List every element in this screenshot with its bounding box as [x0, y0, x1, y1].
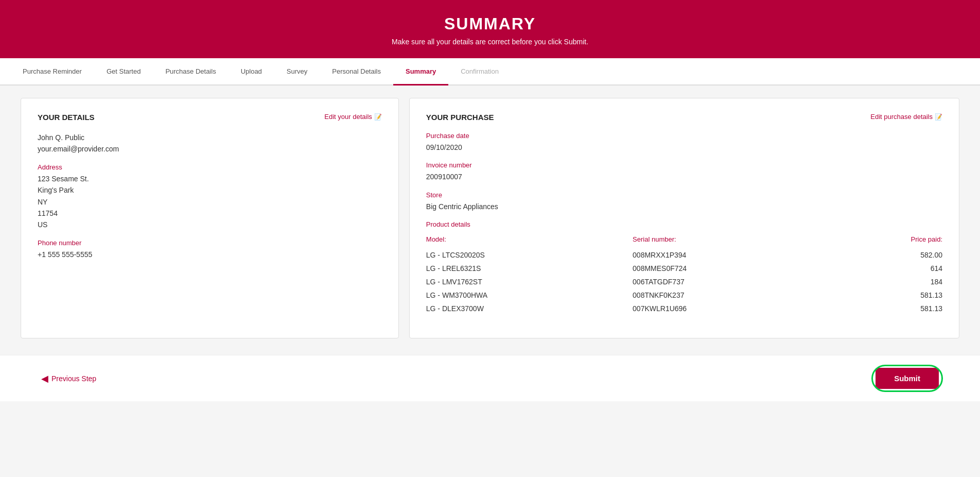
edit-details-link[interactable]: Edit your details 📝: [324, 113, 382, 121]
phone-number: +1 555 555-5555: [38, 249, 382, 260]
tab-confirmation[interactable]: Confirmation: [448, 58, 511, 84]
address-line-2: King's Park: [38, 184, 382, 196]
table-row: LG - LMV1762ST 006TATGDF737 184: [426, 275, 942, 288]
your-purchase-header: YOUR PURCHASE Edit purchase details 📝: [426, 113, 942, 122]
table-row: LG - LREL6321S 008MMES0F724 614: [426, 262, 942, 275]
address-line-3: NY: [38, 196, 382, 208]
product-model: LG - LREL6321S: [426, 264, 633, 272]
address-label: Address: [38, 163, 382, 171]
phone-section: Phone number +1 555 555-5555: [38, 239, 382, 260]
edit-purchase-link[interactable]: Edit purchase details 📝: [870, 113, 942, 121]
invoice-value: 200910007: [426, 171, 942, 182]
page-title: SUMMARY: [10, 14, 970, 33]
invoice-label: Invoice number: [426, 161, 942, 169]
product-details-label: Product details: [426, 220, 942, 228]
submit-button[interactable]: Submit: [876, 368, 939, 389]
store-label: Store: [426, 191, 942, 199]
store-section: Store Big Centric Appliances: [426, 191, 942, 212]
your-details-card: YOUR DETAILS Edit your details 📝 John Q.…: [21, 98, 399, 338]
invoice-section: Invoice number 200910007: [426, 161, 942, 182]
nav-tabs: Purchase Reminder Get Started Purchase D…: [0, 58, 980, 86]
table-row: LG - DLEX3700W 007KWLR1U696 581.13: [426, 302, 942, 315]
your-details-header: YOUR DETAILS Edit your details 📝: [38, 113, 382, 122]
edit-purchase-icon: 📝: [935, 113, 942, 121]
product-rows: LG - LTCS20020S 008MRXX1P394 582.00 LG -…: [426, 248, 942, 315]
tab-purchase-details[interactable]: Purchase Details: [153, 58, 228, 84]
full-name: John Q. Public: [38, 132, 382, 143]
address-line-5: US: [38, 219, 382, 230]
prev-icon: ◀: [41, 373, 48, 384]
product-model: LG - LTCS20020S: [426, 251, 633, 259]
product-details-section: Product details Model: Serial number: Pr…: [426, 220, 942, 315]
page-subtitle: Make sure all your details are correct b…: [10, 38, 970, 46]
product-price: 614: [839, 264, 942, 272]
product-serial: 007KWLR1U696: [633, 304, 839, 313]
address-line-1: 123 Sesame St.: [38, 173, 382, 184]
tab-get-started[interactable]: Get Started: [94, 58, 153, 84]
tab-purchase-reminder[interactable]: Purchase Reminder: [10, 58, 94, 84]
store-value: Big Centric Appliances: [426, 201, 942, 212]
prev-step-label: Previous Step: [51, 374, 96, 383]
product-price: 581.13: [839, 291, 942, 299]
phone-label: Phone number: [38, 239, 382, 247]
purchase-date-value: 09/10/2020: [426, 142, 942, 153]
edit-icon: 📝: [374, 113, 382, 121]
product-model: LG - DLEX3700W: [426, 304, 633, 313]
header-banner: SUMMARY Make sure all your details are c…: [0, 0, 980, 58]
product-serial: 008TNKF0K237: [633, 291, 839, 299]
product-serial: 008MRXX1P394: [633, 251, 839, 259]
previous-step-button[interactable]: ◀ Previous Step: [41, 373, 96, 384]
product-serial: 008MMES0F724: [633, 264, 839, 272]
product-price: 184: [839, 278, 942, 286]
tab-upload[interactable]: Upload: [229, 58, 274, 84]
product-model: LG - LMV1762ST: [426, 278, 633, 286]
email-address: your.email@provider.com: [38, 143, 382, 155]
footer: ◀ Previous Step Submit: [0, 355, 980, 401]
address-line-4: 11754: [38, 208, 382, 219]
purchase-date-label: Purchase date: [426, 132, 942, 140]
your-purchase-title: YOUR PURCHASE: [426, 113, 494, 122]
col-model-header: Model:: [426, 235, 633, 243]
tab-summary[interactable]: Summary: [393, 58, 448, 84]
tab-personal-details[interactable]: Personal Details: [320, 58, 393, 84]
address-section: Address 123 Sesame St. King's Park NY 11…: [38, 163, 382, 231]
tab-survey[interactable]: Survey: [274, 58, 320, 84]
col-price-header: Price paid:: [839, 235, 942, 243]
table-row: LG - WM3700HWA 008TNKF0K237 581.13: [426, 288, 942, 302]
product-price: 582.00: [839, 251, 942, 259]
product-model: LG - WM3700HWA: [426, 291, 633, 299]
purchase-table-header: Model: Serial number: Price paid:: [426, 232, 942, 246]
table-row: LG - LTCS20020S 008MRXX1P394 582.00: [426, 248, 942, 262]
submit-wrapper: Submit: [876, 368, 939, 389]
name-section: John Q. Public your.email@provider.com: [38, 132, 382, 155]
product-price: 581.13: [839, 304, 942, 313]
your-purchase-card: YOUR PURCHASE Edit purchase details 📝 Pu…: [409, 98, 959, 338]
your-details-title: YOUR DETAILS: [38, 113, 95, 122]
col-serial-header: Serial number:: [633, 235, 839, 243]
product-serial: 006TATGDF737: [633, 278, 839, 286]
purchase-table: Model: Serial number: Price paid: LG - L…: [426, 232, 942, 315]
purchase-date-section: Purchase date 09/10/2020: [426, 132, 942, 153]
main-content: YOUR DETAILS Edit your details 📝 John Q.…: [0, 86, 980, 351]
